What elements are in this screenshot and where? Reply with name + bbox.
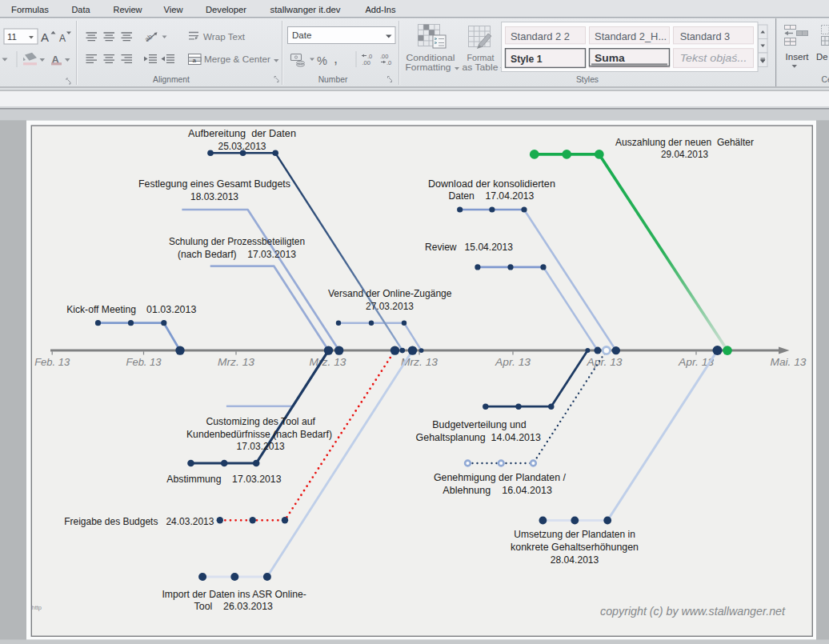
svg-text:Freigabe des Budgets 24.03.2: Freigabe des Budgets 24.03.2013 bbox=[64, 516, 214, 527]
svg-text:stallwanger it.dev: stallwanger it.dev bbox=[270, 4, 341, 14]
svg-text:Conditional: Conditional bbox=[406, 53, 455, 62]
svg-text:Aufbereitung der Daten: Aufbereitung der Daten bbox=[188, 128, 296, 139]
svg-text:Customizing des Tool auf: Customizing des Tool auf bbox=[206, 416, 315, 427]
svg-text:Mai. 13: Mai. 13 bbox=[771, 357, 807, 368]
svg-text:Developer: Developer bbox=[206, 4, 246, 14]
svg-text:Merge & Center: Merge & Center bbox=[204, 54, 270, 64]
svg-text:Standard 2_H...: Standard 2_H... bbox=[595, 31, 667, 42]
svg-text:,: , bbox=[334, 50, 338, 66]
svg-text:Cells: Cells bbox=[822, 75, 829, 84]
svg-text:Format: Format bbox=[467, 53, 495, 62]
svg-text:Auszahlung der neuen Gehälter: Auszahlung der neuen Gehälter bbox=[615, 137, 754, 148]
svg-text:Schulung der Prozessbeteiligte: Schulung der Prozessbeteiligten bbox=[169, 236, 305, 247]
svg-text:Add-Ins: Add-Ins bbox=[366, 4, 396, 14]
svg-text:Styles: Styles bbox=[576, 75, 599, 84]
svg-text:Review 15.04.2013: Review 15.04.2013 bbox=[425, 242, 513, 253]
svg-text:Import der Daten ins ASR Onlin: Import der Daten ins ASR Online- bbox=[162, 589, 306, 600]
svg-text:Date: Date bbox=[292, 30, 311, 40]
svg-text:Tekst objaś...: Tekst objaś... bbox=[680, 53, 747, 64]
svg-text:a: a bbox=[193, 57, 197, 64]
svg-text:.0: .0 bbox=[386, 59, 391, 66]
svg-text:Mrz. 13: Mrz. 13 bbox=[310, 357, 346, 368]
svg-text:Gehaltsplanung 14.04.2013: Gehaltsplanung 14.04.2013 bbox=[416, 432, 541, 443]
svg-text:.00: .00 bbox=[362, 59, 370, 66]
svg-text:Abstimmung 17.03.2013: Abstimmung 17.03.2013 bbox=[166, 474, 281, 485]
svg-text:copyright (c) by www.stallwang: copyright (c) by www.stallwanger.net bbox=[600, 605, 786, 618]
svg-text:Tool 26.03.2013: Tool 26.03.2013 bbox=[194, 601, 273, 612]
svg-text:View: View bbox=[164, 4, 184, 14]
svg-text:Number: Number bbox=[318, 75, 348, 84]
svg-text:http: http bbox=[32, 604, 42, 611]
svg-text:27.03.2013: 27.03.2013 bbox=[366, 301, 414, 312]
svg-text:Budgetverteilung und: Budgetverteilung und bbox=[432, 419, 526, 430]
svg-text:De: De bbox=[816, 52, 827, 62]
svg-text:Festlegung eines Gesamt Budget: Festlegung eines Gesamt Budgets bbox=[138, 178, 290, 190]
svg-text:25.03.2013: 25.03.2013 bbox=[218, 141, 266, 152]
svg-text:Wrap Text: Wrap Text bbox=[203, 32, 246, 42]
svg-text:Suma: Suma bbox=[595, 52, 626, 64]
svg-text:11: 11 bbox=[7, 32, 17, 42]
svg-text:(nach Bedarf) 17.03.2013: (nach Bedarf) 17.03.2013 bbox=[178, 249, 296, 260]
svg-text:Daten 17.04.2013: Daten 17.04.2013 bbox=[448, 190, 534, 202]
svg-text:Formulas: Formulas bbox=[11, 4, 49, 14]
svg-text:konkrete Gehaltserhöhungen: konkrete Gehaltserhöhungen bbox=[511, 542, 639, 553]
svg-text:as Table: as Table bbox=[463, 62, 499, 72]
svg-text:A: A bbox=[41, 30, 49, 44]
svg-text:Data: Data bbox=[72, 4, 91, 14]
svg-text:18.03.2013: 18.03.2013 bbox=[190, 191, 238, 202]
svg-text:Standard 2 2: Standard 2 2 bbox=[511, 31, 570, 42]
svg-text:Apr. 13: Apr. 13 bbox=[586, 357, 622, 368]
svg-text:Download der konsolidierten: Download der konsolidierten bbox=[428, 178, 555, 190]
svg-text:Style 1: Style 1 bbox=[511, 53, 543, 65]
svg-text:28.04.2013: 28.04.2013 bbox=[551, 554, 599, 566]
svg-text:Apr. 13: Apr. 13 bbox=[495, 357, 531, 368]
svg-text:%: % bbox=[317, 54, 327, 67]
svg-text:Alignment: Alignment bbox=[153, 75, 190, 84]
svg-text:Review: Review bbox=[114, 4, 143, 14]
svg-text:Feb. 13: Feb. 13 bbox=[34, 357, 70, 368]
svg-text:Standard 3: Standard 3 bbox=[680, 31, 731, 42]
svg-text:Kick-off Meeting: Kick-off Meeting bbox=[66, 304, 136, 315]
svg-text:Umsetzung der Plandaten in: Umsetzung der Plandaten in bbox=[514, 529, 635, 540]
svg-text:29.04.2013: 29.04.2013 bbox=[661, 149, 708, 160]
svg-text:Insert: Insert bbox=[786, 52, 810, 62]
svg-text:Formatting: Formatting bbox=[406, 62, 451, 72]
svg-text:Feb. 13: Feb. 13 bbox=[126, 357, 162, 368]
svg-text:Genehmigung der Plandaten /: Genehmigung der Plandaten / bbox=[434, 472, 567, 483]
svg-text:17.03.2013: 17.03.2013 bbox=[237, 441, 285, 452]
svg-text:A: A bbox=[59, 33, 66, 44]
svg-text:Kundenbedürfnisse (nach Bedarf: Kundenbedürfnisse (nach Bedarf) bbox=[186, 429, 332, 440]
svg-text:Versand der Online-Zugänge: Versand der Online-Zugänge bbox=[328, 288, 452, 299]
svg-text:Ablehnung 16.04.2013: Ablehnung 16.04.2013 bbox=[443, 485, 552, 496]
svg-text:Mrz. 13: Mrz. 13 bbox=[218, 357, 254, 368]
svg-text:01.03.2013: 01.03.2013 bbox=[146, 304, 196, 315]
